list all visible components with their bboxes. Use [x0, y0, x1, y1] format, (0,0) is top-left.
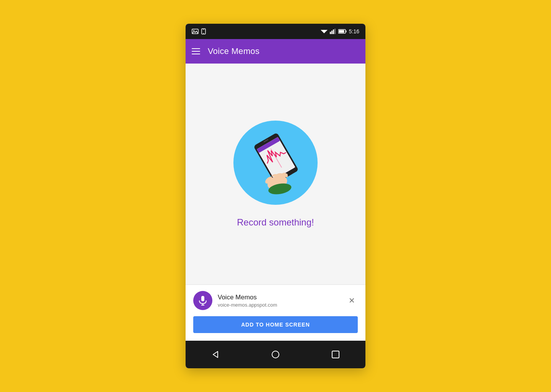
svg-rect-7	[331, 31, 333, 34]
phone-frame: 5:16 Voice Memos	[186, 24, 365, 368]
close-button[interactable]: ✕	[346, 294, 358, 307]
app-icon-circle	[193, 291, 212, 310]
home-icon	[271, 350, 280, 359]
phone-icon	[201, 28, 206, 34]
app-name: Voice Memos	[218, 294, 346, 301]
main-content: Record something!	[186, 64, 365, 284]
nav-bar	[186, 341, 365, 368]
app-title: Voice Memos	[208, 46, 259, 56]
svg-point-26	[272, 351, 279, 358]
svg-rect-11	[346, 31, 346, 33]
status-bar: 5:16	[186, 24, 365, 39]
add-to-home-button[interactable]: ADD TO HOME SCREEN	[193, 316, 358, 333]
svg-rect-22	[201, 296, 204, 301]
back-icon	[211, 350, 220, 359]
wifi-icon	[321, 29, 328, 34]
status-left-icons	[192, 28, 318, 34]
back-button[interactable]	[208, 347, 223, 362]
bottom-sheet-header: Voice Memos voice-memos.appspot.com ✕	[193, 291, 358, 310]
svg-rect-6	[330, 32, 331, 34]
recents-button[interactable]	[328, 347, 343, 362]
hamburger-icon[interactable]	[192, 48, 200, 54]
record-prompt: Record something!	[237, 217, 314, 228]
illustration-svg	[239, 126, 312, 199]
app-url: voice-memos.appspot.com	[218, 302, 346, 308]
status-icons: 5:16	[321, 28, 359, 34]
svg-marker-5	[321, 30, 328, 33]
app-info: Voice Memos voice-memos.appspot.com	[218, 294, 346, 308]
battery-icon	[338, 29, 347, 34]
svg-rect-8	[333, 29, 334, 34]
home-button[interactable]	[268, 347, 283, 362]
svg-rect-27	[332, 351, 339, 358]
svg-marker-25	[213, 351, 218, 358]
image-icon	[192, 29, 199, 34]
signal-icon	[330, 29, 336, 34]
svg-rect-9	[334, 29, 336, 34]
bottom-sheet: Voice Memos voice-memos.appspot.com ✕ AD…	[186, 284, 365, 341]
recents-icon	[331, 350, 340, 359]
svg-point-1	[193, 30, 194, 31]
illustration-circle	[233, 121, 318, 205]
svg-point-4	[203, 33, 204, 34]
svg-rect-12	[339, 30, 344, 33]
app-bar: Voice Memos	[186, 39, 365, 64]
status-time: 5:16	[349, 28, 359, 34]
mic-icon	[197, 295, 208, 306]
